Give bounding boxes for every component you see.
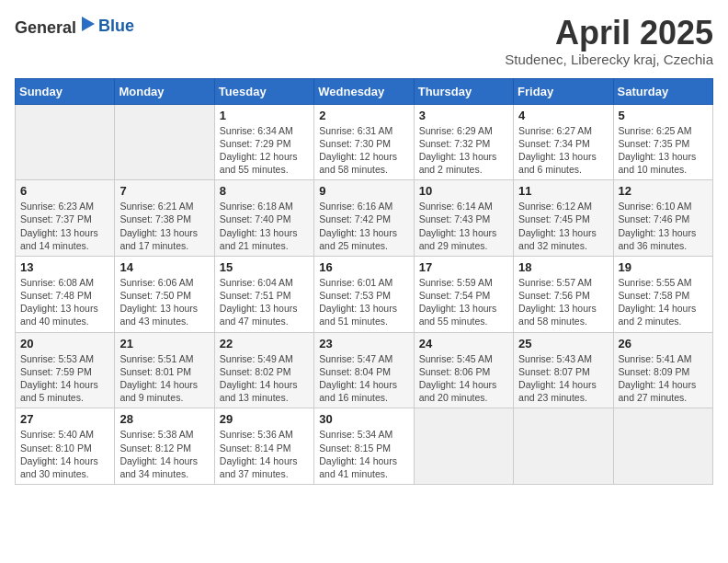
day-info: Sunrise: 6:34 AM Sunset: 7:29 PM Dayligh… [220, 124, 309, 177]
day-number: 28 [119, 412, 209, 426]
day-number: 21 [119, 337, 209, 350]
day-info: Sunrise: 5:41 AM Sunset: 8:09 PM Dayligh… [619, 352, 708, 405]
calendar-cell: 12Sunrise: 6:10 AM Sunset: 7:46 PM Dayli… [613, 180, 712, 257]
day-number: 12 [619, 184, 708, 198]
calendar-cell [115, 104, 214, 180]
day-info: Sunrise: 6:16 AM Sunset: 7:42 PM Dayligh… [319, 200, 408, 252]
day-info: Sunrise: 5:57 AM Sunset: 7:56 PM Dayligh… [518, 276, 608, 328]
calendar-cell: 25Sunrise: 5:43 AM Sunset: 8:07 PM Dayli… [514, 332, 613, 408]
day-info: Sunrise: 6:14 AM Sunset: 7:43 PM Dayligh… [419, 200, 508, 252]
calendar-cell [613, 408, 712, 485]
day-number: 18 [518, 260, 608, 274]
day-number: 30 [319, 412, 408, 426]
calendar-cell: 13Sunrise: 6:08 AM Sunset: 7:48 PM Dayli… [16, 256, 115, 332]
calendar-cell: 6Sunrise: 6:23 AM Sunset: 7:37 PM Daylig… [16, 180, 115, 257]
day-info: Sunrise: 5:45 AM Sunset: 8:06 PM Dayligh… [419, 352, 508, 405]
day-number: 8 [220, 184, 309, 198]
calendar-cell: 16Sunrise: 6:01 AM Sunset: 7:53 PM Dayli… [314, 256, 414, 332]
day-info: Sunrise: 5:53 AM Sunset: 7:59 PM Dayligh… [20, 352, 109, 405]
day-info: Sunrise: 5:36 AM Sunset: 8:14 PM Dayligh… [220, 428, 309, 480]
day-info: Sunrise: 5:49 AM Sunset: 8:02 PM Dayligh… [220, 352, 309, 405]
week-row-4: 20Sunrise: 5:53 AM Sunset: 7:59 PM Dayli… [16, 332, 713, 408]
day-number: 26 [619, 337, 708, 350]
day-info: Sunrise: 6:06 AM Sunset: 7:50 PM Dayligh… [119, 276, 209, 328]
weekday-header-monday: Monday [115, 78, 214, 104]
day-info: Sunrise: 5:43 AM Sunset: 8:07 PM Dayligh… [518, 352, 608, 405]
calendar-cell: 15Sunrise: 6:04 AM Sunset: 7:51 PM Dayli… [214, 256, 313, 332]
calendar-cell: 18Sunrise: 5:57 AM Sunset: 7:56 PM Dayli… [514, 256, 613, 332]
week-row-2: 6Sunrise: 6:23 AM Sunset: 7:37 PM Daylig… [16, 180, 713, 257]
calendar-cell: 5Sunrise: 6:25 AM Sunset: 7:35 PM Daylig… [613, 104, 712, 180]
weekday-header-wednesday: Wednesday [314, 78, 414, 104]
day-info: Sunrise: 6:21 AM Sunset: 7:38 PM Dayligh… [119, 200, 209, 252]
day-number: 4 [518, 109, 608, 122]
logo-general-text: General [15, 18, 76, 37]
calendar-cell: 7Sunrise: 6:21 AM Sunset: 7:38 PM Daylig… [115, 180, 214, 257]
day-info: Sunrise: 6:12 AM Sunset: 7:45 PM Dayligh… [518, 200, 608, 252]
location-subtitle: Studenec, Liberecky kraj, Czechia [505, 52, 713, 67]
calendar-cell: 30Sunrise: 5:34 AM Sunset: 8:15 PM Dayli… [314, 408, 414, 485]
day-number: 11 [518, 184, 608, 198]
calendar-cell: 9Sunrise: 6:16 AM Sunset: 7:42 PM Daylig… [314, 180, 414, 257]
day-info: Sunrise: 5:38 AM Sunset: 8:12 PM Dayligh… [119, 428, 209, 480]
day-number: 1 [220, 109, 309, 122]
day-info: Sunrise: 6:01 AM Sunset: 7:53 PM Dayligh… [319, 276, 408, 328]
day-info: Sunrise: 6:31 AM Sunset: 7:30 PM Dayligh… [319, 124, 408, 177]
calendar-cell [16, 104, 115, 180]
calendar-cell [414, 408, 513, 485]
calendar-cell: 28Sunrise: 5:38 AM Sunset: 8:12 PM Dayli… [115, 408, 214, 485]
day-number: 10 [419, 184, 508, 198]
calendar: SundayMondayTuesdayWednesdayThursdayFrid… [15, 78, 713, 485]
weekday-header-row: SundayMondayTuesdayWednesdayThursdayFrid… [16, 78, 713, 104]
calendar-cell: 20Sunrise: 5:53 AM Sunset: 7:59 PM Dayli… [16, 332, 115, 408]
day-info: Sunrise: 5:51 AM Sunset: 8:01 PM Dayligh… [119, 352, 209, 405]
day-number: 20 [20, 337, 109, 350]
day-info: Sunrise: 6:08 AM Sunset: 7:48 PM Dayligh… [20, 276, 109, 328]
day-number: 13 [20, 260, 109, 274]
week-row-5: 27Sunrise: 5:40 AM Sunset: 8:10 PM Dayli… [16, 408, 713, 485]
calendar-cell: 2Sunrise: 6:31 AM Sunset: 7:30 PM Daylig… [314, 104, 414, 180]
day-number: 5 [619, 109, 708, 122]
day-number: 14 [119, 260, 209, 274]
calendar-cell: 24Sunrise: 5:45 AM Sunset: 8:06 PM Dayli… [414, 332, 513, 408]
day-number: 9 [319, 184, 408, 198]
calendar-cell: 14Sunrise: 6:06 AM Sunset: 7:50 PM Dayli… [115, 256, 214, 332]
day-number: 24 [419, 337, 508, 350]
calendar-cell: 21Sunrise: 5:51 AM Sunset: 8:01 PM Dayli… [115, 332, 214, 408]
calendar-cell: 27Sunrise: 5:40 AM Sunset: 8:10 PM Dayli… [16, 408, 115, 485]
day-info: Sunrise: 6:25 AM Sunset: 7:35 PM Dayligh… [619, 124, 708, 177]
day-info: Sunrise: 6:29 AM Sunset: 7:32 PM Dayligh… [419, 124, 508, 177]
logo-blue-text: Blue [98, 17, 134, 35]
weekday-header-sunday: Sunday [16, 78, 115, 104]
day-info: Sunrise: 6:10 AM Sunset: 7:46 PM Dayligh… [619, 200, 708, 252]
calendar-cell: 4Sunrise: 6:27 AM Sunset: 7:34 PM Daylig… [514, 104, 613, 180]
day-number: 2 [319, 109, 408, 122]
day-number: 16 [319, 260, 408, 274]
day-number: 15 [220, 260, 309, 274]
day-number: 23 [319, 337, 408, 350]
day-info: Sunrise: 6:18 AM Sunset: 7:40 PM Dayligh… [220, 200, 309, 252]
title-area: April 2025 Studenec, Liberecky kraj, Cze… [505, 15, 713, 67]
calendar-cell: 26Sunrise: 5:41 AM Sunset: 8:09 PM Dayli… [613, 332, 712, 408]
day-info: Sunrise: 5:47 AM Sunset: 8:04 PM Dayligh… [319, 352, 408, 405]
calendar-cell: 22Sunrise: 5:49 AM Sunset: 8:02 PM Dayli… [214, 332, 313, 408]
calendar-cell: 8Sunrise: 6:18 AM Sunset: 7:40 PM Daylig… [214, 180, 313, 257]
day-number: 25 [518, 337, 608, 350]
day-info: Sunrise: 5:59 AM Sunset: 7:54 PM Dayligh… [419, 276, 508, 328]
calendar-cell: 17Sunrise: 5:59 AM Sunset: 7:54 PM Dayli… [414, 256, 513, 332]
day-number: 6 [20, 184, 109, 198]
week-row-1: 1Sunrise: 6:34 AM Sunset: 7:29 PM Daylig… [16, 104, 713, 180]
calendar-cell [514, 408, 613, 485]
day-info: Sunrise: 6:04 AM Sunset: 7:51 PM Dayligh… [220, 276, 309, 328]
week-row-3: 13Sunrise: 6:08 AM Sunset: 7:48 PM Dayli… [16, 256, 713, 332]
calendar-cell: 1Sunrise: 6:34 AM Sunset: 7:29 PM Daylig… [214, 104, 313, 180]
day-info: Sunrise: 6:27 AM Sunset: 7:34 PM Dayligh… [518, 124, 608, 177]
calendar-cell: 19Sunrise: 5:55 AM Sunset: 7:58 PM Dayli… [613, 256, 712, 332]
day-number: 27 [20, 412, 109, 426]
svg-marker-0 [82, 17, 95, 31]
header: General Blue April 2025 Studenec, Libere… [15, 15, 713, 67]
calendar-cell: 10Sunrise: 6:14 AM Sunset: 7:43 PM Dayli… [414, 180, 513, 257]
day-number: 29 [220, 412, 309, 426]
day-number: 3 [419, 109, 508, 122]
day-number: 7 [119, 184, 209, 198]
